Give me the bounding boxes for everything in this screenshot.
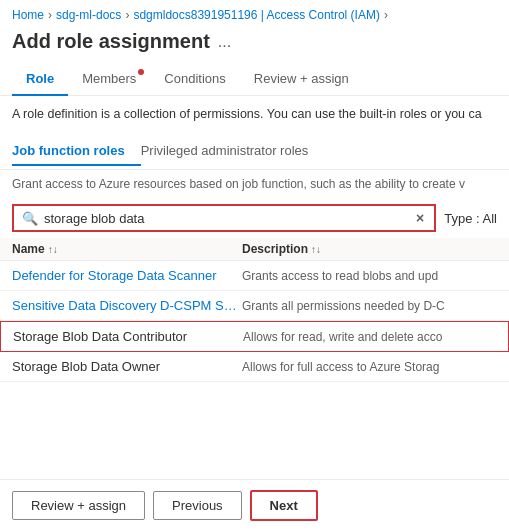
breadcrumb-sep-1: ›: [48, 8, 52, 22]
col-name-label: Name: [12, 242, 45, 256]
table-header: Name ↑↓ Description ↑↓: [0, 238, 509, 261]
tab-conditions-label: Conditions: [164, 71, 225, 86]
row-name-2[interactable]: Storage Blob Data Contributor: [13, 329, 243, 344]
name-sort-icon[interactable]: ↑↓: [48, 244, 58, 255]
row-desc-1: Grants all permissions needed by D-C: [242, 299, 497, 313]
row-name-3[interactable]: Storage Blob Data Owner: [12, 359, 242, 374]
role-type-tab-privileged[interactable]: Privileged administrator roles: [141, 137, 325, 166]
role-type-tab-job-label: Job function roles: [12, 143, 125, 158]
tab-role[interactable]: Role: [12, 63, 68, 96]
clear-search-button[interactable]: ×: [414, 210, 426, 226]
row-desc-3: Allows for full access to Azure Storag: [242, 360, 497, 374]
grant-text-content: Grant access to Azure resources based on…: [12, 177, 465, 191]
footer: Review + assign Previous Next: [0, 479, 509, 531]
type-filter-label: Type : All: [444, 211, 497, 226]
row-name-1[interactable]: Sensitive Data Discovery D-CSPM Scanner …: [12, 298, 242, 313]
col-header-name: Name ↑↓: [12, 242, 242, 256]
role-description: A role definition is a collection of per…: [0, 96, 509, 131]
main-content: Home › sdg-ml-docs › sdgmldocs8391951196…: [0, 0, 509, 531]
row-desc-2: Allows for read, write and delete acco: [243, 330, 496, 344]
row-desc-0: Grants access to read blobs and upd: [242, 269, 497, 283]
review-assign-button[interactable]: Review + assign: [12, 491, 145, 520]
grant-text: Grant access to Azure resources based on…: [0, 170, 509, 199]
row-name-0[interactable]: Defender for Storage Data Scanner: [12, 268, 242, 283]
page-title-container: Add role assignment ...: [0, 26, 509, 63]
tab-members-label: Members: [82, 71, 136, 86]
search-input[interactable]: [44, 211, 408, 226]
desc-sort-icon[interactable]: ↑↓: [311, 244, 321, 255]
roles-table: Name ↑↓ Description ↑↓ Defender for Stor…: [0, 238, 509, 382]
tab-members[interactable]: Members: [68, 63, 150, 96]
search-box[interactable]: 🔍 ×: [12, 204, 436, 232]
tab-review-assign-label: Review + assign: [254, 71, 349, 86]
page-title: Add role assignment: [12, 30, 210, 53]
breadcrumb-sep-3: ›: [384, 8, 388, 22]
breadcrumb-sep-2: ›: [125, 8, 129, 22]
role-type-tab-bar: Job function roles Privileged administra…: [0, 131, 509, 170]
tab-role-label: Role: [26, 71, 54, 86]
role-description-text: A role definition is a collection of per…: [12, 107, 482, 121]
col-header-description: Description ↑↓: [242, 242, 497, 256]
breadcrumb: Home › sdg-ml-docs › sdgmldocs8391951196…: [0, 0, 509, 26]
breadcrumb-iam[interactable]: sdgmldocs8391951196 | Access Control (IA…: [133, 8, 380, 22]
table-row[interactable]: Defender for Storage Data Scanner Grants…: [0, 261, 509, 291]
breadcrumb-home[interactable]: Home: [12, 8, 44, 22]
next-button[interactable]: Next: [250, 490, 318, 521]
breadcrumb-sdg-ml-docs[interactable]: sdg-ml-docs: [56, 8, 121, 22]
tab-bar: Role Members Conditions Review + assign: [0, 63, 509, 96]
table-row-selected[interactable]: Storage Blob Data Contributor Allows for…: [0, 321, 509, 352]
search-icon: 🔍: [22, 211, 38, 226]
page-title-dots: ...: [218, 33, 231, 51]
role-type-tab-privileged-label: Privileged administrator roles: [141, 143, 309, 158]
role-type-tab-job-function[interactable]: Job function roles: [12, 137, 141, 166]
table-row[interactable]: Storage Blob Data Owner Allows for full …: [0, 352, 509, 382]
table-row[interactable]: Sensitive Data Discovery D-CSPM Scanner …: [0, 291, 509, 321]
tab-review-assign[interactable]: Review + assign: [240, 63, 363, 96]
type-filter[interactable]: Type : All: [444, 211, 497, 226]
tab-conditions[interactable]: Conditions: [150, 63, 239, 96]
members-dot: [138, 69, 144, 75]
col-desc-label: Description: [242, 242, 308, 256]
search-row: 🔍 × Type : All: [0, 198, 509, 238]
previous-button[interactable]: Previous: [153, 491, 242, 520]
